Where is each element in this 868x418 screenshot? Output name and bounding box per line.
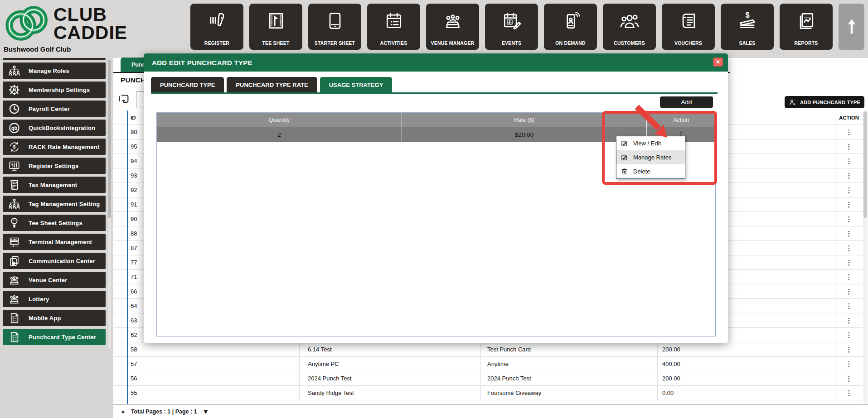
table-cell-action: ⋮ [835, 125, 863, 139]
page-down-icon[interactable]: ▼ [203, 408, 209, 415]
menu-item-label: Manage Rates [633, 154, 672, 161]
table-cell-action: ⋮ [835, 197, 863, 212]
sidebar-item-tax-management[interactable]: TAX$=Tax Management [3, 177, 106, 193]
table-cell-action: ⋮ [835, 212, 863, 226]
table-cell-price: 400.00 [657, 357, 835, 371]
topbar-button-vouchers[interactable]: VOUCHERS [662, 4, 715, 50]
sidebar-item-label: Lottery [29, 296, 49, 303]
modal-tab-punchcard-type-rate[interactable]: PUNCHCARD TYPE RATE [227, 77, 317, 92]
sidebar-item-venue-center[interactable]: Venue Center [3, 272, 106, 288]
sidebar-item-terminal-management[interactable]: Terminal Management [3, 234, 106, 250]
table-scrollbar[interactable] [863, 111, 868, 404]
kebab-icon[interactable]: ⋮ [846, 216, 853, 222]
add-edit-punchcard-type-modal: ADD EDIT PUNCHCARD TYPE ✕ PUNCHCARD TYPE… [144, 53, 728, 343]
barcode-scanner-icon [207, 11, 227, 31]
sidebar-item-manage-roles[interactable]: Manage Roles [3, 62, 106, 79]
sidebar-item-lottery[interactable]: Lottery [3, 291, 106, 307]
money-cycle-icon: $ [8, 141, 21, 153]
cards-money-icon: $ [8, 255, 21, 267]
table-cell-punchcard-name: Foursome Giveaway [480, 386, 657, 400]
topbar-button-events[interactable]: EVENTS [485, 4, 538, 50]
tee-sheet-icon [266, 11, 286, 31]
kebab-icon[interactable]: ⋮ [846, 274, 853, 280]
sidebar-item-mobile-app[interactable]: Mobile App [3, 310, 106, 326]
modal-tab-usage-strategy[interactable]: USAGE STRATEGY [320, 77, 393, 92]
calendar-pencil-icon [502, 11, 522, 31]
person-add-icon [789, 98, 796, 106]
table-cell-punchcard-name: Test Punch Card [480, 342, 657, 357]
sidebar-item-tag-management-setting[interactable]: Tag Management Setting [3, 196, 106, 212]
kebab-icon[interactable]: ⋮ [846, 245, 853, 251]
table-scrollbar-thumb[interactable] [863, 111, 867, 218]
scroll-up-button[interactable] [839, 4, 864, 50]
kebab-icon[interactable]: ⋮ [846, 230, 853, 237]
topbar-button-sales[interactable]: $SALES [721, 4, 774, 50]
sidebar: Manage RolesMembership SettingsPayroll C… [3, 58, 106, 348]
sidebar-item-quickbooksintegration[interactable]: qbQuickBooksIntegration [3, 120, 106, 136]
refresh-icon[interactable] [117, 92, 131, 107]
menu-item-manage-rates[interactable]: Manage Rates [616, 150, 685, 164]
kebab-icon[interactable]: ⋮ [846, 288, 853, 295]
topbar-button-register[interactable]: REGISTER [190, 4, 243, 50]
sidebar-item-punchcard-type-center[interactable]: Punchcard Type Center [3, 329, 106, 345]
meeting-icon [8, 293, 21, 305]
close-icon[interactable]: ✕ [713, 58, 723, 67]
topbar-button-on-demand[interactable]: ON DEMAND [544, 4, 597, 50]
sidebar-item-clipped [3, 58, 106, 60]
topbar-button-label: REPORTS [780, 40, 833, 46]
rate-header-action: Action [646, 113, 715, 127]
sidebar-item-communication-center[interactable]: $Communication Center [3, 253, 106, 269]
rate-cell-rate: $20.00 [402, 127, 646, 142]
calendar-list-icon [384, 11, 404, 31]
sidebar-item-label: QuickBooksIntegration [29, 125, 95, 131]
club-name: Bushwood Golf Club [4, 45, 71, 53]
action-context-menu: View / EditManage RatesDelete [616, 136, 685, 179]
top-bar: CLUB CADDIE Bushwood Golf Club REGISTERT… [0, 0, 868, 58]
sidebar-item-label: Punchcard Type Center [29, 334, 96, 341]
kebab-icon[interactable]: ⋮ [846, 332, 853, 338]
kebab-icon[interactable]: ⋮ [846, 158, 853, 164]
table-cell-action: ⋮ [835, 386, 863, 400]
kebab-icon[interactable]: ⋮ [846, 303, 853, 309]
kebab-icon[interactable]: ⋮ [846, 346, 853, 353]
kebab-icon[interactable]: ⋮ [846, 201, 853, 208]
sidebar-item-tee-sheet-settings[interactable]: Tee Sheet Settings [3, 215, 106, 231]
sidebar-item-payroll-center[interactable]: Payroll Center [3, 101, 106, 117]
rate-header-rate: Rate ($) [402, 113, 646, 127]
menu-item-delete[interactable]: Delete [616, 164, 685, 178]
kebab-icon[interactable]: ⋮ [846, 129, 853, 135]
add-punchcard-type-button[interactable]: ADD PUNCHCARD TYPE [785, 96, 864, 108]
table-cell-action: ⋮ [835, 270, 863, 284]
kebab-icon[interactable]: ⋮ [846, 375, 853, 382]
sidebar-item-label: Manage Roles [29, 67, 69, 74]
svg-text:$: $ [13, 144, 16, 149]
kebab-icon[interactable]: ⋮ [846, 172, 853, 179]
topbar-button-tee-sheet[interactable]: TEE SHEET [249, 4, 302, 50]
kebab-icon[interactable]: ⋮ [846, 317, 853, 324]
menu-item-label: View / Edit [633, 140, 661, 147]
topbar-button-reports[interactable]: REPORTS [780, 4, 833, 50]
topbar-button-activities[interactable]: ACTIVITIES [367, 4, 420, 50]
svg-text:$: $ [745, 11, 749, 19]
sidebar-item-register-settings[interactable]: Register Settings [3, 158, 106, 174]
kebab-icon[interactable]: ⋮ [846, 360, 853, 367]
topbar-button-label: TEE SHEET [249, 40, 302, 46]
page-up-icon[interactable]: ▲ [121, 409, 126, 414]
brand-name: CLUB CADDIE [53, 5, 127, 42]
table-cell-action: ⋮ [835, 139, 863, 154]
modal-tab-punchcard-type[interactable]: PUNCHCARD TYPE [151, 77, 224, 92]
topbar-button-customers[interactable]: CUSTOMERS [603, 4, 656, 50]
topbar-button-venue-manager[interactable]: VENUE MANAGER [426, 4, 479, 50]
kebab-icon[interactable]: ⋮ [846, 143, 853, 150]
kebab-icon[interactable]: ⋮ [846, 187, 853, 193]
pagination-bar: ▲ Total Pages : 1 | Page : 1 ▼ [113, 404, 868, 418]
sidebar-item-membership-settings[interactable]: Membership Settings [3, 82, 106, 98]
sidebar-scrollbar[interactable] [108, 59, 111, 349]
menu-item-view-edit[interactable]: View / Edit [616, 136, 685, 150]
add-rate-button[interactable]: Add [660, 96, 713, 108]
sidebar-item-rack-rate-management[interactable]: $RACK Rate Management [3, 139, 106, 155]
topbar-button-starter-sheet[interactable]: STARTER SHEET [308, 4, 361, 50]
kebab-icon[interactable]: ⋮ [846, 259, 853, 266]
kebab-icon[interactable]: ⋮ [846, 389, 853, 396]
sidebar-scrollbar-thumb[interactable] [108, 60, 111, 218]
